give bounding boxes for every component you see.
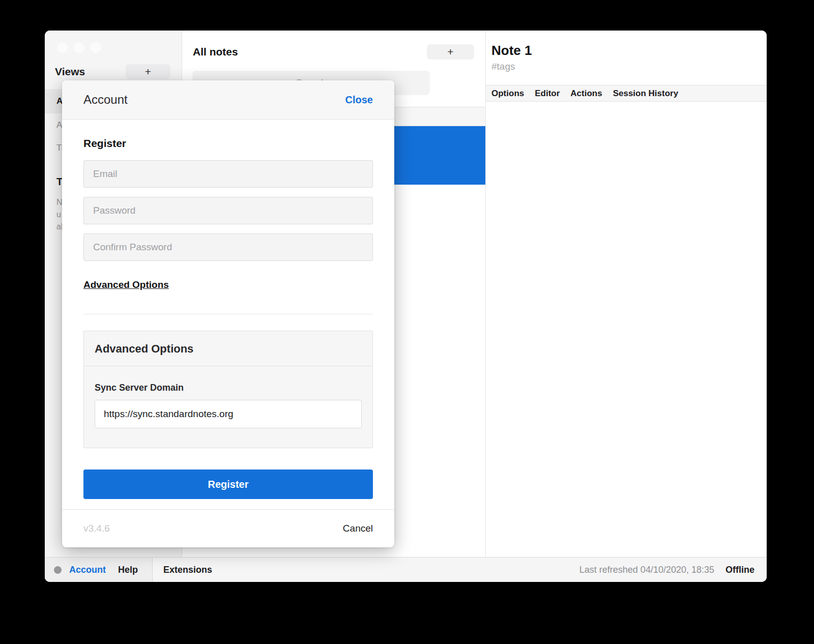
window-controls bbox=[57, 42, 101, 53]
account-modal: Account Close Register Advanced Options … bbox=[62, 80, 394, 547]
editor-menubar: Options Editor Actions Session History bbox=[486, 85, 767, 102]
window-close-icon[interactable] bbox=[57, 42, 68, 53]
add-view-button[interactable]: + bbox=[126, 64, 170, 79]
account-modal-footer: v3.4.6 Cancel bbox=[62, 509, 394, 547]
sidebar-title: Views bbox=[55, 66, 85, 78]
status-bar: Account Help Extensions Last refreshed 0… bbox=[45, 557, 767, 582]
account-modal-body: Register Advanced Options Advanced Optio… bbox=[62, 120, 394, 509]
sync-server-label: Sync Server Domain bbox=[95, 383, 362, 393]
window-zoom-icon[interactable] bbox=[91, 42, 101, 53]
last-refreshed-text: Last refreshed 04/10/2020, 18:35 bbox=[579, 565, 714, 575]
note-title[interactable]: Note 1 bbox=[491, 43, 532, 58]
close-button[interactable]: Close bbox=[345, 94, 373, 106]
divider bbox=[83, 314, 373, 314]
extensions-button[interactable]: Extensions bbox=[163, 565, 212, 575]
confirm-password-field[interactable] bbox=[83, 233, 373, 261]
version-label: v3.4.6 bbox=[83, 523, 110, 534]
app-window: Views + All notes Archived Trash Tags N … bbox=[45, 31, 767, 582]
menu-session-history[interactable]: Session History bbox=[613, 89, 679, 99]
cancel-button[interactable]: Cancel bbox=[343, 523, 373, 534]
window-minimize-icon[interactable] bbox=[74, 42, 84, 53]
menu-options[interactable]: Options bbox=[491, 89, 524, 99]
advanced-options-panel: Advanced Options Sync Server Domain bbox=[83, 331, 373, 448]
notes-list-title: All notes bbox=[193, 46, 238, 58]
email-field[interactable] bbox=[83, 160, 373, 188]
note-tags-placeholder[interactable]: #tags bbox=[491, 61, 515, 72]
sync-server-input[interactable] bbox=[95, 400, 362, 428]
account-menu-button[interactable]: Account bbox=[69, 565, 106, 575]
menu-editor[interactable]: Editor bbox=[535, 89, 560, 99]
advanced-options-panel-title: Advanced Options bbox=[84, 331, 372, 366]
help-button[interactable]: Help bbox=[118, 565, 138, 575]
add-note-button[interactable]: + bbox=[427, 44, 474, 60]
register-button[interactable]: Register bbox=[83, 470, 373, 499]
menu-actions[interactable]: Actions bbox=[570, 89, 602, 99]
status-bar-left: Account Help bbox=[45, 558, 153, 582]
account-modal-header: Account Close bbox=[62, 80, 394, 120]
register-heading: Register bbox=[83, 137, 373, 150]
password-field[interactable] bbox=[83, 197, 373, 224]
editor-panel: Note 1 #tags Options Editor Actions Sess… bbox=[486, 31, 767, 557]
offline-status: Offline bbox=[725, 565, 754, 575]
advanced-options-link[interactable]: Advanced Options bbox=[83, 279, 169, 290]
account-status-dot-icon bbox=[54, 566, 62, 574]
modal-title: Account bbox=[83, 93, 128, 107]
